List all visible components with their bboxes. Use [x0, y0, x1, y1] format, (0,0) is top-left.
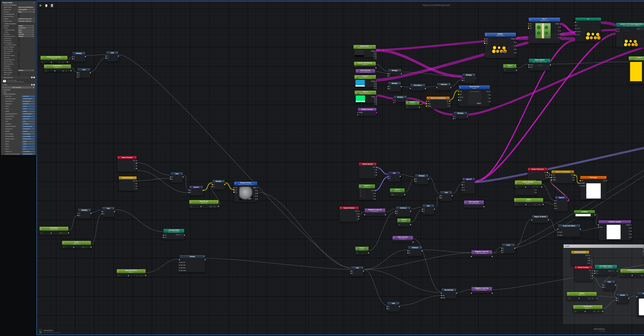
port[interactable]	[376, 169, 377, 170]
node-collapse-icon[interactable]: ▼	[601, 307, 602, 308]
node-header[interactable]: ☰Vertex Position▼	[340, 207, 359, 210]
port[interactable]	[531, 219, 532, 221]
port[interactable]	[407, 253, 408, 254]
port[interactable]	[528, 64, 529, 65]
port[interactable]	[490, 94, 490, 95]
node-collapse-icon[interactable]: ▼	[400, 70, 400, 71]
port[interactable]	[363, 271, 364, 272]
node-menu-icon[interactable]: ☰	[552, 171, 554, 173]
node-saturate[interactable]: Saturate▲	[637, 292, 644, 317]
field-fallback[interactable]: Hidden/InternalErrorSh	[18, 18, 35, 20]
port[interactable]	[536, 189, 536, 191]
value-slider[interactable]: 0 2.373	[40, 232, 66, 234]
node-collapse-icon[interactable]: ▼	[373, 186, 374, 187]
port[interactable]	[528, 28, 529, 29]
port[interactable]	[136, 180, 137, 182]
node-vertex-position[interactable]: ☰Vertex Position▼XYZXYZ	[574, 266, 592, 282]
node-menu-icon[interactable]: ☰	[41, 57, 42, 59]
port[interactable]	[179, 265, 180, 266]
node-collapse-icon[interactable]: ▼	[578, 225, 580, 227]
node-collapse-icon[interactable]: ▼	[548, 60, 550, 61]
dropdown-vertex-position[interactable]: Relative	[18, 69, 34, 71]
port[interactable]	[163, 235, 164, 236]
material-property-row[interactable]: = Manual Control _ManualControl	[1, 138, 36, 140]
port[interactable]	[449, 103, 450, 104]
preview-sphere-icon[interactable]	[44, 3, 49, 8]
checkbox-use-sampling-mac[interactable]	[18, 13, 20, 15]
port[interactable]	[257, 187, 258, 188]
port[interactable]	[188, 192, 190, 193]
port[interactable]	[560, 37, 561, 38]
node-one-minus[interactable]: One Minus▼	[410, 84, 426, 91]
node-float-0[interactable]: ☰Float 0Const( 2 )▼2	[406, 101, 420, 109]
node-header[interactable]: ☰MasterValue( Master )	[485, 33, 516, 37]
port[interactable]	[592, 270, 593, 271]
node-collapse-icon[interactable]: ▼	[466, 113, 467, 114]
node-header[interactable]: ☰Displace NoiseValue( foam-distortion-00…	[234, 182, 257, 186]
node-collapse-icon[interactable]: ▼	[89, 210, 90, 211]
node-collapse-icon[interactable]: ▼	[515, 65, 516, 67]
checkbox-tessellation[interactable]	[18, 65, 20, 67]
port[interactable]	[557, 229, 558, 230]
node-add[interactable]: Add▼AB	[603, 280, 616, 291]
node-menu-icon[interactable]: ☰	[190, 201, 191, 203]
node-header[interactable]: Multiply▼	[415, 174, 428, 177]
checkbox-clear-coat[interactable]	[18, 74, 20, 75]
port[interactable]	[136, 160, 137, 161]
node-menu-icon[interactable]: ☰	[118, 270, 119, 272]
node-header[interactable]: ☰Vertex Position▼	[117, 156, 137, 159]
port[interactable]	[516, 49, 516, 50]
port[interactable]	[543, 204, 544, 205]
node-menu-icon[interactable]: ☰	[630, 57, 631, 59]
node-menu-icon[interactable]: ☰	[515, 199, 516, 201]
node-simple-contrast[interactable]: Simple Contrast▼RGBA	[358, 108, 376, 116]
node-header[interactable]: ☰Base ColorValue( 0.14,0.14,0.14,0 )	[354, 45, 376, 49]
port[interactable]	[374, 193, 376, 194]
node-menu-icon[interactable]: ☰	[398, 220, 399, 221]
checkbox-receive-shadows[interactable]: ✓	[18, 46, 20, 48]
node-collapse-icon[interactable]: ▼	[490, 252, 491, 253]
port[interactable]	[492, 293, 493, 294]
port[interactable]	[616, 298, 617, 299]
node-header[interactable]: ☰Float 0Const( 2 )▼	[406, 101, 420, 105]
node-get-local-var[interactable]: ☰Get Local VarVar( SmoothStep1 )▼	[356, 69, 375, 74]
node-collapse-icon[interactable]: ▼	[614, 282, 614, 283]
node-header[interactable]: ☰SmoothnessValue( 0.5 )▼	[44, 64, 71, 68]
node-header[interactable]: Gradient	[574, 210, 595, 213]
node-noise-multiply[interactable]: ☰Noise MultiplyValue( 1 )▼ 0 12	[514, 181, 542, 188]
port[interactable]	[462, 187, 463, 188]
dropdown-blend[interactable]: Alpha	[18, 31, 34, 33]
port[interactable]	[358, 213, 359, 214]
value-slider[interactable]: 0 11	[118, 275, 144, 277]
node-collapse-icon[interactable]: ▼	[66, 228, 68, 229]
port[interactable]	[516, 70, 517, 71]
node-menu-icon[interactable]: ☰	[556, 197, 557, 199]
value-field[interactable]: 5	[355, 65, 360, 67]
port[interactable]	[458, 94, 459, 95]
node-collapse-icon[interactable]: ▼	[540, 182, 541, 183]
value-slider[interactable]: 0.1 0.110	[574, 311, 600, 313]
node-albedo-smoothness[interactable]: ☰Albedo SmoothnessConst( 5 )▼5	[354, 61, 376, 68]
checkbox-extra-pre-pass[interactable]	[18, 61, 20, 63]
port[interactable]	[594, 214, 596, 216]
port[interactable]	[376, 81, 376, 82]
node-base-color[interactable]: ☰Base ColorValue( 0.14,0.14,0.14,0 )RGBA…	[353, 45, 376, 57]
node-collapse-icon[interactable]: ▼	[69, 66, 70, 67]
node-menu-icon[interactable]: ☰	[45, 66, 46, 67]
material-property-row[interactable]: = Oscillation _Oscillation	[1, 123, 36, 125]
port[interactable]	[606, 180, 607, 181]
node-collapse-icon[interactable]: ▼	[424, 85, 424, 86]
node-collapse-icon[interactable]: ▼	[450, 192, 451, 193]
node-menu-icon[interactable]: ☰	[355, 63, 356, 64]
node-register-local-var[interactable]: Register Local VarVar( SmoothStep2 )▼	[471, 287, 492, 293]
node-collapse-icon[interactable]: ▼	[513, 245, 514, 246]
material-property-row[interactable]: = Use Object Space _UseObjectSpace	[1, 97, 36, 100]
port[interactable]	[358, 216, 359, 217]
field-custom-editor[interactable]: UnityEditor.ShaderGra	[18, 20, 35, 22]
node-menu-icon[interactable]: ☰	[190, 186, 191, 188]
port[interactable]	[602, 285, 604, 286]
port[interactable]	[575, 34, 576, 35]
dropdown-precision[interactable]: Float	[18, 11, 35, 13]
node-alpha2[interactable]: ☰alpha2Value( -2.8 )▼ -10 -2.810	[567, 292, 597, 300]
port[interactable]	[554, 208, 556, 209]
